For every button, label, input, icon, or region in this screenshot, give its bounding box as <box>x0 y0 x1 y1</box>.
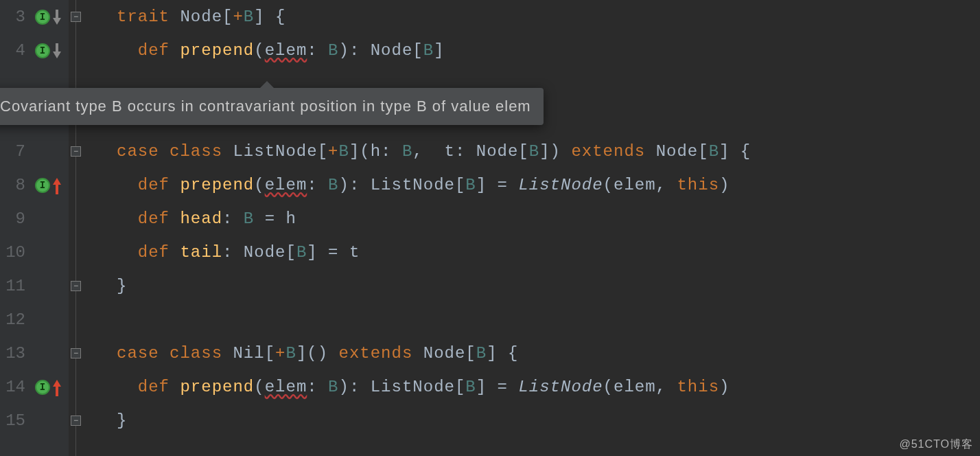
line-number: 11 <box>0 269 25 303</box>
code-line[interactable]: } <box>117 269 980 303</box>
line-number: 14 <box>0 370 25 404</box>
fold-toggle-icon[interactable]: − <box>71 12 81 22</box>
watermark: @51CTO博客 <box>899 437 973 452</box>
line-number: 10 <box>0 236 25 269</box>
error-underline: elem <box>265 176 307 194</box>
marker-gutter: I I I I <box>31 0 69 456</box>
code-line[interactable]: def head: B = h <box>117 202 980 236</box>
code-area[interactable]: trait Node[+B] { def prepend(elem: B): N… <box>96 0 980 456</box>
code-editor: 3 4 6 7 8 9 10 11 12 13 14 15 I I I I <box>0 0 980 456</box>
fold-toggle-icon[interactable]: − <box>71 281 81 291</box>
code-line[interactable]: case class ListNode[+B](h: B, t: Node[B]… <box>117 135 980 168</box>
fold-toggle-icon[interactable]: − <box>71 348 81 358</box>
code-line[interactable]: } <box>117 404 980 437</box>
code-line[interactable] <box>117 303 980 337</box>
error-underline: elem <box>265 378 307 396</box>
line-number: 8 <box>0 168 25 202</box>
error-underline: elem <box>265 41 307 60</box>
line-number-gutter: 3 4 6 7 8 9 10 11 12 13 14 15 <box>0 0 31 456</box>
line-number: 9 <box>0 202 25 236</box>
override-down-icon[interactable]: I <box>35 8 60 26</box>
code-line[interactable]: case class Nil[+B]() extends Node[B] { <box>117 337 980 370</box>
override-up-icon[interactable]: I <box>35 176 60 194</box>
line-number: 12 <box>0 303 25 337</box>
fold-gutter: − − − − − <box>69 0 96 456</box>
override-up-icon[interactable]: I <box>35 378 60 396</box>
code-line[interactable]: def prepend(elem: B): ListNode[B] = List… <box>117 168 980 202</box>
line-number: 15 <box>0 404 25 437</box>
code-line[interactable]: trait Node[+B] { <box>117 0 980 34</box>
line-number: 4 <box>0 34 25 67</box>
error-tooltip: Covariant type B occurs in contravariant… <box>0 88 544 125</box>
line-number: 3 <box>0 0 25 34</box>
fold-toggle-icon[interactable]: − <box>71 146 81 157</box>
line-number: 7 <box>0 135 25 168</box>
override-down-icon[interactable]: I <box>35 42 60 60</box>
line-number: 13 <box>0 337 25 370</box>
code-line[interactable]: def prepend(elem: B): ListNode[B] = List… <box>117 370 980 404</box>
code-line[interactable]: def tail: Node[B] = t <box>117 236 980 269</box>
code-line[interactable]: def prepend(elem: B): Node[B] <box>117 34 980 67</box>
fold-toggle-icon[interactable]: − <box>71 415 81 426</box>
